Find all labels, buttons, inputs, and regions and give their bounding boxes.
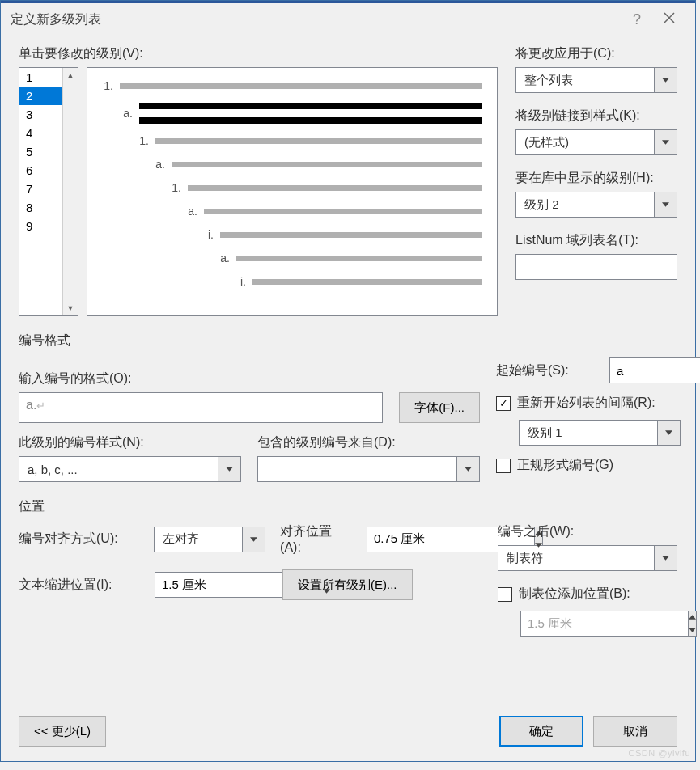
start-at-input[interactable] xyxy=(609,358,700,383)
include-from-value xyxy=(257,456,457,482)
watermark: CSDN @yivifu xyxy=(629,748,690,758)
number-align-value: 左对齐 xyxy=(154,527,244,552)
include-from-label: 包含的级别编号来自(D): xyxy=(257,434,480,451)
level-item-6[interactable]: 6 xyxy=(19,161,62,180)
add-tab-stop-checkbox[interactable] xyxy=(498,587,512,602)
set-all-levels-button[interactable]: 设置所有级别(E)... xyxy=(282,569,413,600)
tab-stop-spinner[interactable] xyxy=(520,611,626,637)
listnum-label: ListNum 域列表名(T): xyxy=(515,232,677,249)
chevron-down-icon[interactable] xyxy=(218,456,241,482)
level-item-7[interactable]: 7 xyxy=(19,180,62,198)
link-style-value: (无样式) xyxy=(515,129,655,155)
font-button[interactable]: 字体(F)... xyxy=(399,392,480,423)
legal-style-checkbox[interactable] xyxy=(496,459,511,473)
level-item-2[interactable]: 2 xyxy=(19,87,62,105)
dialog-title: 定义新多级列表 xyxy=(11,11,621,28)
enter-format-label: 输入编号的格式(O): xyxy=(19,370,480,387)
list-preview: 1.a.1.a.1.a.i.a.i. xyxy=(87,67,498,316)
follow-number-label: 编号之后(W): xyxy=(498,523,677,540)
number-format-input[interactable]: a.↵ xyxy=(19,392,383,423)
tab-stop-input[interactable] xyxy=(520,611,689,637)
chevron-down-icon[interactable] xyxy=(655,129,677,155)
preview-marker: 1. xyxy=(138,134,149,147)
level-scrollbar[interactable]: ▲ ▼ xyxy=(62,68,78,315)
chevron-down-icon[interactable] xyxy=(655,67,677,93)
cancel-button[interactable]: 取消 xyxy=(593,716,677,747)
gallery-level-value: 级别 2 xyxy=(515,192,655,218)
restart-list-label: 重新开始列表的间隔(R): xyxy=(517,395,655,412)
preview-row: 1. xyxy=(102,79,482,92)
level-item-9[interactable]: 9 xyxy=(19,217,62,235)
level-item-4[interactable]: 4 xyxy=(19,124,62,142)
restart-level-value: 级别 1 xyxy=(519,420,658,446)
link-style-combo[interactable]: (无样式) xyxy=(515,129,677,155)
preview-row: 1. xyxy=(102,181,482,194)
level-item-5[interactable]: 5 xyxy=(19,142,62,161)
preview-row: i. xyxy=(102,228,482,241)
preview-marker: a. xyxy=(121,107,133,120)
preview-marker: a. xyxy=(218,252,230,264)
number-align-label: 编号对齐方式(U): xyxy=(19,531,139,548)
restart-list-checkbox[interactable] xyxy=(496,396,511,411)
chevron-down-icon[interactable] xyxy=(457,456,480,482)
add-tab-stop-label: 制表位添加位置(B): xyxy=(519,586,630,603)
preview-row: a. xyxy=(102,252,482,264)
apply-changes-combo[interactable]: 整个列表 xyxy=(515,67,677,93)
scroll-down-icon[interactable]: ▼ xyxy=(63,301,78,315)
restart-level-combo[interactable]: 级别 1 xyxy=(519,420,681,446)
follow-number-value: 制表符 xyxy=(498,545,655,571)
number-style-combo[interactable]: a, b, c, ... xyxy=(19,456,241,482)
number-align-combo[interactable]: 左对齐 xyxy=(154,527,266,552)
number-style-value: a, b, c, ... xyxy=(19,456,218,482)
preview-marker: i. xyxy=(235,275,246,288)
preview-marker: i. xyxy=(202,228,214,241)
level-item-3[interactable]: 3 xyxy=(19,105,62,124)
apply-changes-value: 整个列表 xyxy=(515,67,655,93)
number-format-heading: 编号格式 xyxy=(19,332,677,349)
preview-row: i. xyxy=(102,275,482,288)
level-to-modify-label: 单击要修改的级别(V): xyxy=(19,45,498,62)
number-style-label: 此级别的编号样式(N): xyxy=(19,434,241,451)
preview-row: a. xyxy=(102,158,482,171)
preview-row: 1. xyxy=(102,134,482,147)
level-item-1[interactable]: 1 xyxy=(19,68,62,87)
text-indent-spinner[interactable] xyxy=(155,572,268,598)
level-item-8[interactable]: 8 xyxy=(19,198,62,217)
gallery-level-label: 要在库中显示的级别(H): xyxy=(515,170,677,187)
level-listbox[interactable]: 123456789 ▲ ▼ xyxy=(19,67,78,316)
gallery-level-combo[interactable]: 级别 2 xyxy=(515,192,677,218)
preview-row: a. xyxy=(102,205,482,218)
less-button[interactable]: << 更少(L) xyxy=(19,716,106,747)
chevron-down-icon[interactable] xyxy=(658,420,681,446)
preview-row: a. xyxy=(102,103,482,124)
preview-marker: a. xyxy=(154,158,165,171)
define-multilevel-list-dialog: 定义新多级列表 ? 单击要修改的级别(V): 123456789 ▲ ▼ xyxy=(0,0,696,762)
apply-changes-label: 将更改应用于(C): xyxy=(515,45,677,62)
preview-marker: 1. xyxy=(170,181,181,194)
link-style-label: 将级别链接到样式(K): xyxy=(515,108,677,125)
close-icon[interactable] xyxy=(653,12,685,27)
preview-marker: a. xyxy=(186,205,197,218)
aligned-at-spinner[interactable] xyxy=(367,527,480,552)
spin-up-icon[interactable] xyxy=(689,611,697,624)
listnum-input[interactable] xyxy=(515,254,677,280)
start-at-label: 起始编号(S): xyxy=(496,362,601,379)
chevron-down-icon[interactable] xyxy=(655,192,677,218)
spin-down-icon[interactable] xyxy=(689,624,697,637)
preview-marker: 1. xyxy=(102,79,113,92)
follow-number-combo[interactable]: 制表符 xyxy=(498,545,677,571)
include-from-combo[interactable] xyxy=(257,456,480,482)
aligned-at-label: 对齐位置(A): xyxy=(280,523,352,555)
ok-button[interactable]: 确定 xyxy=(499,716,583,747)
help-icon[interactable]: ? xyxy=(621,11,653,28)
scroll-up-icon[interactable]: ▲ xyxy=(63,68,78,82)
titlebar: 定义新多级列表 ? xyxy=(1,3,695,36)
legal-style-label: 正规形式编号(G) xyxy=(517,457,613,474)
chevron-down-icon[interactable] xyxy=(243,527,265,552)
chevron-down-icon[interactable] xyxy=(655,545,677,571)
start-at-spinner[interactable] xyxy=(609,358,681,383)
text-indent-label: 文本缩进位置(I): xyxy=(19,577,140,594)
position-heading: 位置 xyxy=(19,498,677,515)
